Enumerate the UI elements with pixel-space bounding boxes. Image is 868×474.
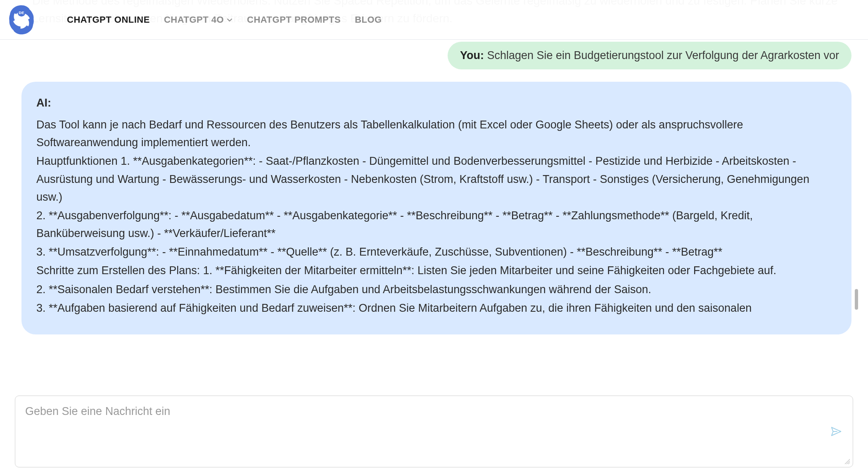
ai-paragraph: 2. **Ausgabenverfolgung**: - **Ausgabeda… xyxy=(36,207,837,242)
scrollbar-thumb[interactable] xyxy=(855,289,858,310)
user-message-text: Schlagen Sie ein Budgetierungstool zur V… xyxy=(487,49,839,62)
nav-chatgpt-4o[interactable]: CHATGPT 4O xyxy=(164,14,233,25)
ai-message-bubble: AI: Das Tool kann je nach Bedarf und Res… xyxy=(21,82,851,334)
user-message-row: You: Schlagen Sie ein Budgetierungstool … xyxy=(7,40,856,82)
nav-chatgpt-online[interactable]: CHATGPT ONLINE xyxy=(67,14,150,25)
user-message-bubble: You: Schlagen Sie ein Budgetierungstool … xyxy=(448,42,851,69)
logo-badge-text: DE xyxy=(19,10,24,15)
ai-paragraph: 2. **Saisonalen Bedarf verstehen**: Best… xyxy=(36,281,837,299)
header: DE CHATGPT ONLINE CHATGPT 4O CHATGPT PRO… xyxy=(0,0,868,40)
user-prefix: You: xyxy=(460,49,484,62)
composer xyxy=(15,396,853,467)
ai-paragraph: Schritte zum Erstellen des Plans: 1. **F… xyxy=(36,262,837,280)
main-nav: CHATGPT ONLINE CHATGPT 4O CHATGPT PROMPT… xyxy=(67,14,382,25)
chat-scroll[interactable]: Die Methode des regelmäßigen Wiederholen… xyxy=(7,0,856,383)
nav-item-label: BLOG xyxy=(355,14,382,25)
nav-item-label: CHATGPT 4O xyxy=(164,14,224,25)
ai-paragraph: Das Tool kann je nach Bedarf und Ressour… xyxy=(36,116,837,152)
send-button[interactable] xyxy=(829,424,843,438)
nav-blog[interactable]: BLOG xyxy=(355,14,382,25)
nav-item-label: CHATGPT PROMPTS xyxy=(247,14,341,25)
nav-chatgpt-prompts[interactable]: CHATGPT PROMPTS xyxy=(247,14,341,25)
chevron-down-icon xyxy=(226,17,233,23)
ai-paragraph: 3. **Aufgaben basierend auf Fähigkeiten … xyxy=(36,299,837,317)
openai-knot-icon: DE xyxy=(5,3,38,36)
ai-paragraph: Hauptfunktionen 1. **Ausgabenkategorien*… xyxy=(36,152,837,206)
ai-prefix: AI: xyxy=(36,94,837,112)
send-icon xyxy=(830,425,842,438)
nav-item-label: CHATGPT ONLINE xyxy=(67,14,150,25)
ai-paragraph: 3. **Umsatzverfolgung**: - **Einnahmedat… xyxy=(36,243,837,261)
message-input[interactable] xyxy=(15,396,853,467)
logo[interactable]: DE xyxy=(5,3,38,36)
chat-container: Die Methode des regelmäßigen Wiederholen… xyxy=(0,0,868,383)
